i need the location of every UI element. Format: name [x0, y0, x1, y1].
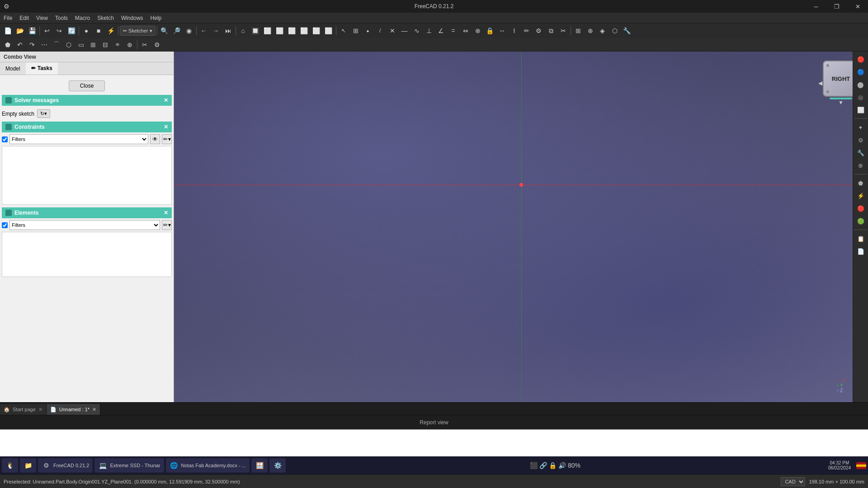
report-view-body[interactable]: [0, 429, 868, 456]
taskbar-freecad-button[interactable]: ⚙ FreeCAD 0.21.2: [38, 458, 93, 473]
workbench-selector[interactable]: ✏ Sketcher ▾: [120, 26, 156, 36]
save-file-button[interactable]: 💾: [26, 25, 38, 36]
sketch-config[interactable]: ⚙: [151, 39, 163, 50]
rt-tool1[interactable]: ✦: [854, 122, 867, 133]
display-button[interactable]: ◉: [183, 25, 195, 36]
sketch-remove[interactable]: 🔧: [621, 25, 633, 36]
language-flag[interactable]: [856, 462, 866, 469]
restore-button[interactable]: ❐: [826, 0, 847, 13]
rt-scene4[interactable]: 🟢: [854, 215, 867, 227]
close-button[interactable]: ✕: [847, 0, 868, 13]
undo-button[interactable]: ↩: [41, 25, 53, 36]
sketch-text[interactable]: I: [509, 25, 520, 36]
rt-zoom-out[interactable]: 🔵: [854, 66, 867, 78]
sketch-delete[interactable]: ✂: [139, 39, 151, 50]
tab-unnamed[interactable]: 📄 Unnamed : 1* ✕: [47, 404, 100, 415]
sketch-grid[interactable]: ⊞: [350, 25, 362, 36]
menu-tools[interactable]: Tools: [52, 14, 71, 22]
link-icon[interactable]: 🔗: [539, 462, 547, 469]
view-zoom-button[interactable]: 🔍: [159, 25, 170, 36]
sketch-pencil[interactable]: ✏: [521, 25, 533, 36]
sketch-offset[interactable]: ⊕: [124, 39, 136, 50]
taskbar-thunar-button[interactable]: 💻 Extreme SSD - Thunar: [94, 458, 164, 473]
rt-scene2[interactable]: ⚡: [854, 190, 867, 202]
sketch-mirror[interactable]: ⧧: [112, 39, 123, 50]
view-rear-button[interactable]: ⬜: [323, 25, 335, 36]
sketch-arc[interactable]: ⌒: [51, 39, 62, 50]
rt-tool3[interactable]: 🔧: [854, 147, 867, 159]
rt-scene1[interactable]: ⬟: [854, 177, 867, 189]
sketch-cross[interactable]: ✕: [387, 25, 398, 36]
view-left-button[interactable]: ⬜: [298, 25, 310, 36]
sketch-undo2[interactable]: ↶: [14, 39, 26, 50]
open-file-button[interactable]: 📂: [14, 25, 26, 36]
view-right-button[interactable]: ⬜: [286, 25, 298, 36]
nav-down-arrow[interactable]: ▼: [838, 99, 844, 106]
minimize-button[interactable]: ─: [806, 0, 826, 13]
start-page-close[interactable]: ✕: [38, 407, 42, 413]
sketch-snap[interactable]: ⊕: [585, 25, 596, 36]
solver-refresh-button[interactable]: ↻ ▾: [37, 109, 50, 118]
elements-close-icon[interactable]: ✕: [164, 210, 168, 216]
sketch-render[interactable]: ◈: [597, 25, 609, 36]
sketch-clone[interactable]: ⊞: [87, 39, 99, 50]
solver-close-icon[interactable]: ✕: [164, 97, 168, 103]
menu-file[interactable]: File: [0, 14, 16, 22]
elements-edit-button[interactable]: ✏ ▾: [162, 220, 172, 230]
sketch-trim[interactable]: ✂: [557, 25, 569, 36]
rt-view1[interactable]: ⬤: [854, 79, 867, 90]
stop-button[interactable]: ■: [93, 25, 104, 36]
view-top-button[interactable]: ⬜: [274, 25, 286, 36]
menu-macro[interactable]: Macro: [71, 14, 94, 22]
taskbar-start-button[interactable]: 🐧: [2, 458, 18, 473]
view-front-button[interactable]: ⬜: [262, 25, 274, 36]
sketch-rect[interactable]: ▭: [75, 39, 87, 50]
tab-start-page[interactable]: 🏠 Start page ✕: [0, 404, 47, 415]
search-button[interactable]: 🔎: [171, 25, 183, 36]
draw-style-button[interactable]: ●: [80, 25, 92, 36]
view-3d-button[interactable]: 🔲: [250, 25, 261, 36]
sketch-copy[interactable]: ⧉: [545, 25, 557, 36]
sketch-symm[interactable]: ⇔: [460, 25, 472, 36]
cad-mode-dropdown[interactable]: CAD: [781, 477, 805, 486]
taskbar-windows-button[interactable]: 🪟: [251, 458, 268, 473]
rt-snap1[interactable]: 📋: [854, 233, 867, 244]
sketch-line[interactable]: /: [374, 25, 386, 36]
constraints-eye-button[interactable]: 👁: [150, 134, 160, 144]
refresh-button[interactable]: 🔄: [66, 25, 77, 36]
sketch-shape[interactable]: ⬟: [2, 39, 14, 50]
menu-view[interactable]: View: [33, 14, 52, 22]
sketch-angle[interactable]: ∠: [435, 25, 447, 36]
elements-checkbox[interactable]: [2, 222, 8, 228]
rt-tool4[interactable]: ⊕: [854, 160, 867, 171]
sketch-lock[interactable]: 🔒: [484, 25, 496, 36]
sketch-more[interactable]: ⋯: [38, 39, 50, 50]
view-bottom-button[interactable]: ⬜: [311, 25, 322, 36]
taskbar-browser-button[interactable]: 🌐 Notas Fab Academy.docx - ...: [166, 458, 250, 473]
constraints-close-icon[interactable]: ✕: [164, 124, 168, 130]
elements-filter-select[interactable]: Filters: [9, 220, 160, 230]
sketch-setting[interactable]: ⬡: [609, 25, 621, 36]
lock-icon[interactable]: 🔒: [549, 462, 557, 469]
redo-button[interactable]: ↪: [53, 25, 65, 36]
sketch-point[interactable]: ●: [362, 25, 374, 36]
sketch-curve[interactable]: ∿: [411, 25, 423, 36]
nav-forward-button[interactable]: →: [210, 25, 222, 36]
pointer-tool[interactable]: ↖: [338, 25, 349, 36]
sketch-perp[interactable]: ⊥: [423, 25, 435, 36]
viewport[interactable]: ▲ ▼ ◀ ▶ RIGHT: [174, 52, 868, 402]
sketch-circle-x[interactable]: ⊗: [472, 25, 484, 36]
rt-view2[interactable]: ◎: [854, 91, 867, 103]
menu-sketch[interactable]: Sketch: [94, 14, 118, 22]
rt-zoom-in[interactable]: 🔴: [854, 53, 867, 65]
rt-scene3[interactable]: 🔴: [854, 202, 867, 214]
rt-view3[interactable]: ⬜: [854, 104, 867, 116]
close-button-panel[interactable]: Close: [69, 80, 105, 91]
nav-back-button[interactable]: ←: [198, 25, 210, 36]
volume-icon[interactable]: 🔊: [558, 462, 566, 469]
constraints-checkbox[interactable]: [2, 136, 8, 142]
rt-snap2[interactable]: 📄: [854, 245, 867, 257]
taskbar-settings-button[interactable]: ⚙️: [269, 458, 286, 473]
tab-model[interactable]: Model: [0, 62, 26, 75]
tab-tasks[interactable]: ✏ Tasks: [26, 62, 58, 75]
